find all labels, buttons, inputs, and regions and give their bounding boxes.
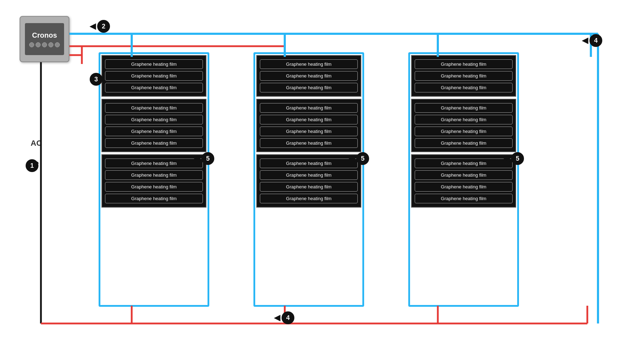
badge-4-bot-arrow: ◀ bbox=[274, 313, 280, 322]
cronos-btn-1[interactable] bbox=[29, 42, 34, 47]
badge-5c-arrow: ◀ bbox=[504, 154, 510, 163]
cronos-btn-3[interactable] bbox=[42, 42, 47, 47]
badge-5a-arrow: ◀ bbox=[194, 154, 200, 163]
column-1: Graphene heating film Graphene heating f… bbox=[101, 55, 206, 208]
cronos-brand-label: Cronos bbox=[32, 31, 57, 39]
badge-5a-container: ◀ 5 bbox=[194, 152, 214, 165]
badge-4-top-arrow: ◀ bbox=[582, 36, 588, 45]
badge-4-top-container: ◀ 4 bbox=[582, 34, 602, 47]
col1-frame bbox=[99, 52, 209, 307]
cronos-btn-4[interactable] bbox=[48, 42, 53, 47]
badge-5b-container: ◀ 5 bbox=[349, 152, 369, 165]
badge-1-container: ̂ 1 bbox=[26, 159, 38, 172]
badge-1: 1 bbox=[26, 159, 38, 172]
badge-4-top: 4 bbox=[589, 34, 602, 47]
col2-frame bbox=[253, 52, 364, 307]
cronos-display: Cronos bbox=[25, 23, 64, 55]
badge-2-arrow: ◀ bbox=[90, 22, 96, 31]
badge-3-container: ̂ 3 bbox=[90, 73, 103, 86]
badge-5b-arrow: ◀ bbox=[349, 154, 355, 163]
cronos-btn-2[interactable] bbox=[36, 42, 41, 47]
cronos-controls bbox=[29, 42, 60, 47]
cronos-btn-5[interactable] bbox=[55, 42, 60, 47]
badge-4-bot-container: ◀ 4 bbox=[274, 311, 294, 324]
badge-5a: 5 bbox=[201, 152, 214, 165]
badge-5b: 5 bbox=[356, 152, 369, 165]
col3-frame bbox=[408, 52, 519, 307]
badge-5c-container: ◀ 5 bbox=[504, 152, 524, 165]
column-2: Graphene heating film Graphene heating f… bbox=[256, 55, 361, 208]
badge-5c: 5 bbox=[511, 152, 524, 165]
badge-3: 3 bbox=[90, 73, 103, 86]
cronos-controller: Cronos bbox=[20, 16, 69, 62]
badge-2-container: ◀ 2 bbox=[90, 20, 110, 33]
badge-4-bot: 4 bbox=[282, 311, 294, 324]
ac-label: AC bbox=[31, 139, 42, 148]
column-3: Graphene heating film Graphene heating f… bbox=[411, 55, 516, 208]
badge-2: 2 bbox=[97, 20, 110, 33]
